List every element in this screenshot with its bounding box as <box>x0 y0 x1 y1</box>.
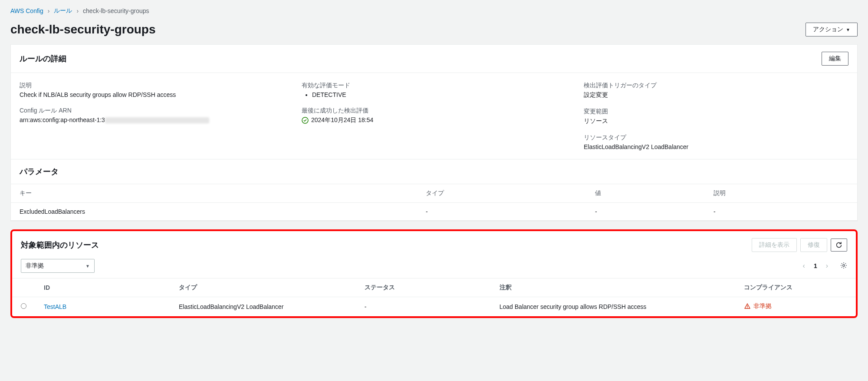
param-value: - <box>586 203 705 221</box>
last-eval-label: 最後に成功した検出評価 <box>302 107 566 115</box>
remediate-button[interactable]: 修復 <box>800 238 827 252</box>
page-title: check-lb-security-groups <box>10 23 156 36</box>
actions-label: アクション <box>813 26 843 33</box>
arn-value: arn:aws:config:ap-northeast-1:3 <box>20 116 284 123</box>
resources-table: ID タイプ ステータス 注釈 コンプライアンス TestALB Elastic… <box>12 278 856 316</box>
page-number: 1 <box>814 262 817 269</box>
resources-title: 対象範囲内のリソース <box>21 240 99 250</box>
last-eval-value: 2024年10月24日 18:54 <box>302 116 373 124</box>
actions-button[interactable]: アクション ▼ <box>806 23 858 36</box>
svg-point-1 <box>843 264 845 266</box>
scope-label: 変更範囲 <box>584 108 848 116</box>
success-icon <box>302 117 309 124</box>
parameters-table: キー タイプ 値 説明 ExcludedLoadBalancers - - - <box>11 184 857 220</box>
rule-details-title: ルールの詳細 <box>20 53 66 64</box>
parameters-title: パラメータ <box>11 159 857 184</box>
resource-annotation: Load Balancer security group allows RDP/… <box>491 297 736 317</box>
eval-mode-value: DETECTIVE <box>312 91 566 98</box>
svg-point-3 <box>747 307 748 308</box>
view-details-button[interactable]: 詳細を表示 <box>752 238 797 252</box>
params-header-type: タイプ <box>417 184 586 203</box>
chevron-right-icon: › <box>76 7 79 14</box>
breadcrumb-parent[interactable]: ルール <box>54 7 72 15</box>
params-header-value: 値 <box>586 184 705 203</box>
res-header-status: ステータス <box>356 278 491 297</box>
resource-status: - <box>356 297 491 317</box>
resource-row: TestALB ElasticLoadBalancingV2 LoadBalan… <box>12 297 856 317</box>
select-header <box>12 278 35 297</box>
res-header-compliance: コンプライアンス <box>735 278 856 297</box>
res-header-type: タイプ <box>170 278 356 297</box>
refresh-icon <box>835 242 842 248</box>
refresh-button[interactable] <box>831 239 847 252</box>
compliance-badge: 非準拠 <box>744 302 772 310</box>
rule-details-panel: ルールの詳細 編集 説明 Check if NLB/ALB security g… <box>10 44 858 221</box>
gear-icon <box>840 262 847 269</box>
row-select-radio[interactable] <box>21 303 26 309</box>
description-value: Check if NLB/ALB security groups allow R… <box>20 91 284 98</box>
prev-page-button[interactable]: ‹ <box>801 260 807 272</box>
res-header-id: ID <box>35 278 170 297</box>
resources-panel: 対象範囲内のリソース 詳細を表示 修復 非準拠 ▼ ‹ 1 › ID <box>10 229 858 318</box>
caret-down-icon: ▼ <box>846 27 850 32</box>
params-header-key: キー <box>11 184 417 203</box>
param-row: ExcludedLoadBalancers - - - <box>11 203 857 221</box>
warning-icon <box>744 303 751 310</box>
resource-type: ElasticLoadBalancingV2 LoadBalancer <box>170 297 356 317</box>
resource-id-link[interactable]: TestALB <box>44 303 66 310</box>
compliance-filter-select[interactable]: 非準拠 ▼ <box>21 259 95 273</box>
redacted-arn <box>105 117 209 123</box>
arn-label: Config ルール ARN <box>20 107 284 115</box>
pagination: ‹ 1 › <box>801 260 847 272</box>
chevron-right-icon: › <box>48 7 50 14</box>
param-description: - <box>705 203 857 221</box>
next-page-button[interactable]: › <box>824 260 830 272</box>
breadcrumb-root[interactable]: AWS Config <box>10 7 43 14</box>
params-header-description: 説明 <box>705 184 857 203</box>
restype-label: リソースタイプ <box>584 134 848 142</box>
breadcrumb-current: check-lb-security-groups <box>83 7 149 14</box>
filter-selected-value: 非準拠 <box>26 262 44 270</box>
res-header-annotation: 注釈 <box>491 278 736 297</box>
scope-value: リソース <box>584 117 848 125</box>
param-type: - <box>417 203 586 221</box>
trigger-value: 設定変更 <box>584 91 848 99</box>
breadcrumb: AWS Config › ルール › check-lb-security-gro… <box>10 7 858 15</box>
eval-mode-label: 有効な評価モード <box>302 82 566 89</box>
trigger-label: 検出評価トリガーのタイプ <box>584 82 848 89</box>
param-key: ExcludedLoadBalancers <box>11 203 417 221</box>
restype-value: ElasticLoadBalancingV2 LoadBalancer <box>584 143 848 150</box>
caret-down-icon: ▼ <box>85 264 90 268</box>
edit-button[interactable]: 編集 <box>822 52 848 66</box>
description-label: 説明 <box>20 82 284 89</box>
settings-button[interactable] <box>840 262 847 270</box>
